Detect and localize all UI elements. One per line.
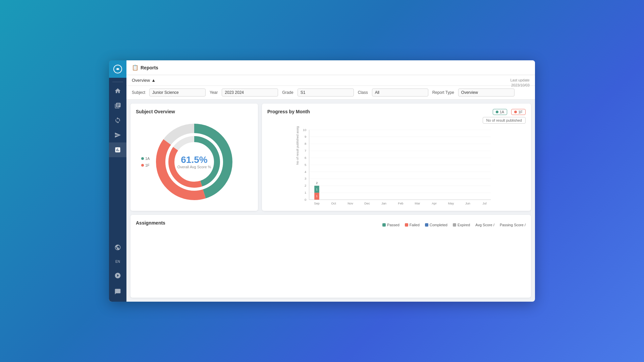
subject-input[interactable] — [149, 88, 206, 97]
svg-text:10: 10 — [303, 128, 306, 132]
legend-expired-color — [453, 223, 456, 227]
sidebar-item-help[interactable] — [109, 284, 126, 299]
progress-header: Progress by Month 1A 1F — [267, 109, 526, 124]
progress-by-month-card: Progress by Month 1A 1F — [262, 104, 531, 211]
donut-label: Overall Avg Score % — [177, 165, 211, 169]
reports-header-icon: 📋 — [132, 64, 139, 71]
svg-text:0: 0 — [305, 198, 306, 201]
svg-text:9: 9 — [305, 135, 306, 138]
filter-row: Subject Year Grade Class Report Type — [126, 86, 535, 100]
grade-input[interactable] — [298, 88, 354, 97]
page-title: Reports — [141, 65, 158, 70]
legend-item-1f[interactable]: 1F — [511, 109, 526, 115]
year-label: Year — [210, 90, 218, 95]
svg-text:2: 2 — [316, 181, 318, 185]
sidebar-item-home[interactable] — [109, 83, 126, 98]
svg-text:Oct: Oct — [331, 202, 336, 205]
y-axis-label: No of result published assignment — [296, 126, 299, 165]
svg-text:8: 8 — [305, 142, 306, 145]
svg-text:1: 1 — [316, 188, 318, 191]
top-row: Subject Overview 1A 1F — [130, 104, 531, 211]
dashboard-content: Subject Overview 1A 1F — [126, 100, 535, 302]
svg-text:3: 3 — [305, 177, 306, 180]
svg-text:4: 4 — [305, 170, 306, 174]
svg-text:Jul: Jul — [483, 202, 487, 205]
svg-text:Jan: Jan — [381, 202, 386, 205]
svg-text:1: 1 — [316, 194, 318, 198]
donut-center: 61.5% Overall Avg Score % — [177, 155, 211, 169]
grade-label: Grade — [282, 90, 293, 95]
legend-failed: Failed — [405, 223, 420, 227]
legend-dot-1f-chart — [514, 111, 517, 113]
sidebar-lang: EN — [115, 256, 120, 267]
app-logo[interactable] — [109, 60, 126, 78]
legend-1a: 1A — [141, 157, 150, 161]
chart-legend: 1A 1F — [493, 109, 526, 115]
svg-text:Feb: Feb — [398, 202, 403, 205]
svg-text:Nov: Nov — [347, 202, 353, 205]
subject-overview-card: Subject Overview 1A 1F — [130, 104, 258, 211]
legend-1f: 1F — [141, 163, 150, 167]
sidebar: EN — [109, 60, 126, 302]
assignments-section: Assignments Passed Failed Completed — [130, 215, 531, 298]
subject-label: Subject — [132, 90, 145, 95]
page-header: 📋 Reports — [126, 60, 535, 75]
svg-text:6: 6 — [305, 156, 306, 160]
overview-toggle[interactable]: Overview ▲ — [132, 78, 156, 83]
legend-expired: Expired — [453, 223, 470, 227]
sidebar-item-library[interactable] — [109, 98, 126, 113]
sidebar-divider — [112, 82, 123, 82]
svg-text:May: May — [448, 202, 454, 205]
legend-passed: Passed — [382, 223, 399, 227]
svg-text:Apr: Apr — [432, 202, 437, 205]
donut-chart-container: 1A 1F — [136, 118, 253, 205]
assignments-title: Assignments — [136, 220, 165, 226]
class-label: Class — [358, 90, 368, 95]
legend-avg-score-label: Avg Score / — [475, 223, 494, 227]
sidebar-item-reports[interactable] — [109, 142, 126, 157]
legend-passing-score: Passing Score / — [500, 223, 526, 227]
overview-label: Overview — [132, 78, 150, 83]
progress-title: Progress by Month — [267, 109, 310, 114]
legend-dot-1a-chart — [496, 111, 498, 113]
legend-completed-color — [425, 223, 428, 227]
legend-expired-label: Expired — [458, 223, 470, 227]
report-type-label: Report Type — [432, 90, 454, 95]
bar-chart-area: No of result published assignment — [267, 126, 526, 210]
svg-text:1: 1 — [305, 191, 306, 194]
legend-failed-color — [405, 223, 408, 227]
legend-passing-score-label: Passing Score / — [500, 223, 526, 227]
assignments-header: Assignments Passed Failed Completed — [136, 220, 526, 230]
main-content: 📋 Reports Overview ▲ Last update 2023/10… — [126, 60, 535, 302]
assignments-legend: Passed Failed Completed Expired — [382, 223, 526, 227]
legend-dot-1a — [141, 157, 144, 160]
overview-bar: Overview ▲ Last update 2023/10/03 — [126, 75, 535, 86]
sidebar-bottom: EN — [109, 240, 126, 302]
legend-completed-label: Completed — [430, 223, 447, 227]
last-update-date: 2023/10/03 — [511, 83, 530, 88]
legend-avg-score: Avg Score / — [475, 223, 494, 227]
sidebar-item-progress[interactable] — [109, 113, 126, 128]
legend-passed-label: Passed — [387, 223, 399, 227]
svg-text:Dec: Dec — [364, 202, 370, 205]
sidebar-item-send[interactable] — [109, 128, 126, 142]
sidebar-item-globe[interactable] — [109, 240, 126, 255]
legend-dot-1f — [141, 164, 144, 167]
bar-chart-svg: No of result published assignment — [267, 126, 526, 210]
svg-text:5: 5 — [305, 163, 306, 167]
svg-text:Mar: Mar — [415, 202, 420, 205]
legend-failed-label: Failed — [410, 223, 420, 227]
legend-passed-color — [382, 223, 386, 227]
year-input[interactable] — [222, 88, 278, 97]
class-input[interactable] — [372, 88, 428, 97]
report-type-input[interactable] — [458, 88, 515, 97]
svg-text:7: 7 — [305, 149, 306, 153]
donut-legend: 1A 1F — [141, 157, 150, 167]
svg-text:2: 2 — [305, 184, 306, 187]
last-update: Last update 2023/10/03 — [511, 78, 530, 88]
legend-item-1a[interactable]: 1A — [493, 109, 507, 115]
last-update-label: Last update — [511, 78, 530, 83]
no-result-badge: No of result published — [483, 117, 526, 124]
subject-overview-title: Subject Overview — [136, 109, 253, 114]
sidebar-item-settings[interactable] — [109, 268, 126, 283]
